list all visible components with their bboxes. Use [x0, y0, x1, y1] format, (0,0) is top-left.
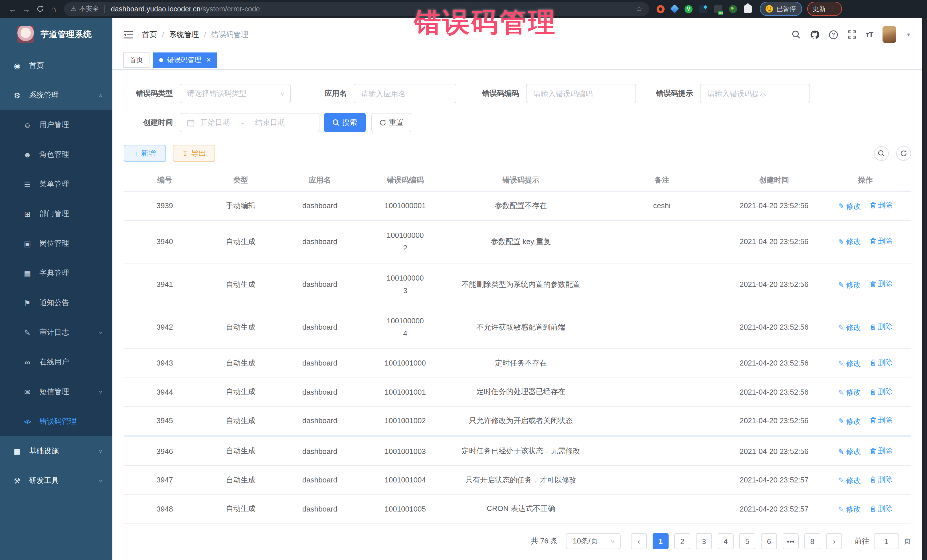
delete-link[interactable]: 删除	[870, 415, 892, 425]
error-code-input[interactable]	[526, 84, 636, 103]
browser-home-icon[interactable]: ⌂	[47, 4, 61, 14]
page-size-select[interactable]: 10条/页 ∨	[566, 533, 621, 549]
sidebar-item[interactable]: ⚑ 通知公告	[0, 288, 112, 318]
add-button[interactable]: + 新增	[124, 145, 166, 162]
column-header: 类型	[206, 169, 276, 191]
edit-link[interactable]: ✎修改	[838, 504, 861, 514]
github-icon[interactable]	[810, 30, 819, 39]
export-button[interactable]: ↧ 导出	[173, 145, 215, 162]
sidebar-item[interactable]: ∞ 在线用户	[0, 347, 112, 377]
error-hint-input[interactable]	[700, 84, 810, 103]
bookmark-star-icon[interactable]: ☆	[636, 5, 642, 13]
reset-button[interactable]: 重置	[371, 113, 411, 132]
orange-ring-extension-icon[interactable]	[656, 5, 664, 13]
more-pages-button[interactable]: •••	[783, 533, 799, 549]
fullscreen-icon[interactable]	[848, 30, 856, 39]
sidebar-item[interactable]: ✉ 短信管理 ∨	[0, 377, 112, 407]
breadcrumb-home[interactable]: 首页	[142, 29, 157, 39]
help-icon[interactable]: ?	[829, 30, 838, 39]
security-label[interactable]: 不安全	[79, 5, 99, 13]
search-button[interactable]: 搜索	[324, 113, 366, 132]
green-v-extension-icon[interactable]: V	[685, 5, 693, 13]
edit-link[interactable]: ✎修改	[838, 475, 861, 486]
page-button[interactable]: 1	[653, 533, 669, 549]
sidebar-item[interactable]: ☻ 角色管理	[0, 140, 112, 169]
sidebar-item[interactable]: ⚒ 研发工具 ∨	[0, 466, 112, 496]
scrollbar[interactable]	[922, 18, 927, 560]
delete-link[interactable]: 删除	[870, 358, 892, 368]
edit-link[interactable]: ✎修改	[838, 201, 861, 211]
sidebar-item[interactable]: ✎ 审计日志 ∨	[0, 318, 112, 347]
delete-link[interactable]: 删除	[870, 503, 892, 513]
edit-link[interactable]: ✎修改	[838, 387, 861, 398]
cell-hint: CRON 表达式不正确	[447, 495, 596, 523]
delete-link[interactable]: 删除	[870, 446, 892, 456]
show-search-toggle-button[interactable]	[874, 146, 889, 161]
grid-extension-icon[interactable]	[699, 5, 707, 13]
tab[interactable]: 首页	[123, 52, 149, 68]
on-badge-extension-icon[interactable]	[714, 5, 722, 13]
edit-link[interactable]: ✎修改	[838, 416, 861, 426]
browser-reload-icon[interactable]	[33, 5, 47, 12]
refresh-table-button[interactable]	[896, 146, 911, 161]
sidebar-item[interactable]: ⊞ 部门管理	[0, 199, 112, 229]
sidebar-item[interactable]: ▦ 基础设施 ∨	[0, 436, 112, 466]
tab[interactable]: 错误码管理 ✕	[153, 52, 217, 68]
goto-page-input[interactable]	[874, 533, 899, 549]
sidebar-fold-icon[interactable]	[124, 30, 133, 38]
sidebar-item[interactable]: ⚙ 系统管理 ∧	[0, 80, 112, 110]
edit-log-icon: ✎	[22, 328, 32, 337]
sidebar-item[interactable]: ☰ 菜单管理	[0, 169, 112, 199]
page-button[interactable]: 4	[718, 533, 734, 549]
page-button[interactable]: 3	[696, 533, 712, 549]
search-icon[interactable]	[792, 30, 800, 39]
delete-link[interactable]: 删除	[870, 236, 892, 246]
page-button[interactable]: 8	[804, 533, 820, 549]
error-type-select[interactable]: 请选择错误码类型 ∨	[180, 84, 291, 103]
breadcrumb-system[interactable]: 系统管理	[169, 29, 199, 39]
page-button[interactable]: 5	[739, 533, 755, 549]
delete-link[interactable]: 删除	[870, 475, 892, 485]
delete-link[interactable]: 删除	[870, 279, 892, 289]
edit-link[interactable]: ✎修改	[838, 237, 861, 247]
cell-app: dashboard	[276, 466, 364, 495]
blue-gem-extension-icon[interactable]	[670, 4, 679, 13]
sidebar-item[interactable]: ◉ 首页	[0, 51, 112, 80]
cell-remark	[595, 306, 728, 349]
url-host[interactable]: dashboard.yudao.iocoder.cn	[111, 5, 201, 13]
edit-link[interactable]: ✎修改	[838, 446, 861, 457]
delete-link[interactable]: 删除	[870, 200, 892, 211]
paused-badge[interactable]: 已暂停	[760, 2, 802, 16]
page-button[interactable]: 6	[761, 533, 777, 549]
browser-forward-icon[interactable]: →	[20, 4, 33, 14]
sidebar-item[interactable]: </> 错误码管理	[0, 407, 112, 436]
sidebar-logo-row[interactable]: 芋道管理系统	[0, 18, 112, 51]
start-date-placeholder[interactable]: 开始日期	[200, 117, 230, 128]
page-button[interactable]: 2	[674, 533, 690, 549]
sidebar-item[interactable]: ▤ 字典管理	[0, 258, 112, 288]
url-path[interactable]: /system/error-code	[201, 5, 260, 13]
puzzle-extension-icon[interactable]	[744, 5, 752, 13]
sidebar-item[interactable]: ☺ 用户管理	[0, 110, 112, 140]
user-avatar[interactable]	[883, 26, 896, 43]
address-bar[interactable]: ⚠ 不安全 dashboard.yudao.iocoder.cn/system/…	[64, 2, 649, 16]
cell-type: 自动生成	[206, 220, 276, 263]
browser-back-icon[interactable]: ←	[6, 4, 20, 14]
font-size-icon[interactable]: ᴛT	[866, 30, 873, 39]
next-page-button[interactable]: ›	[826, 533, 842, 549]
delete-link[interactable]: 删除	[870, 322, 892, 332]
edit-link[interactable]: ✎修改	[838, 280, 861, 290]
edit-link[interactable]: ✎修改	[838, 358, 861, 369]
sidebar-item[interactable]: ▣ 岗位管理	[0, 229, 112, 258]
app-name-input[interactable]	[354, 84, 456, 103]
date-range-picker[interactable]: 开始日期 - 结束日期	[180, 113, 319, 132]
end-date-placeholder[interactable]: 结束日期	[255, 117, 285, 128]
green-key-extension-icon[interactable]	[729, 5, 737, 13]
kebab-menu-icon[interactable]: ⋮	[830, 5, 836, 12]
close-icon[interactable]: ✕	[206, 57, 211, 63]
delete-link[interactable]: 删除	[870, 386, 892, 397]
edit-link[interactable]: ✎修改	[838, 322, 861, 333]
prev-page-button[interactable]: ‹	[631, 533, 647, 549]
browser-update-button[interactable]: 更新 ⋮	[807, 2, 842, 16]
chevron-down-icon[interactable]: ▼	[906, 32, 911, 37]
